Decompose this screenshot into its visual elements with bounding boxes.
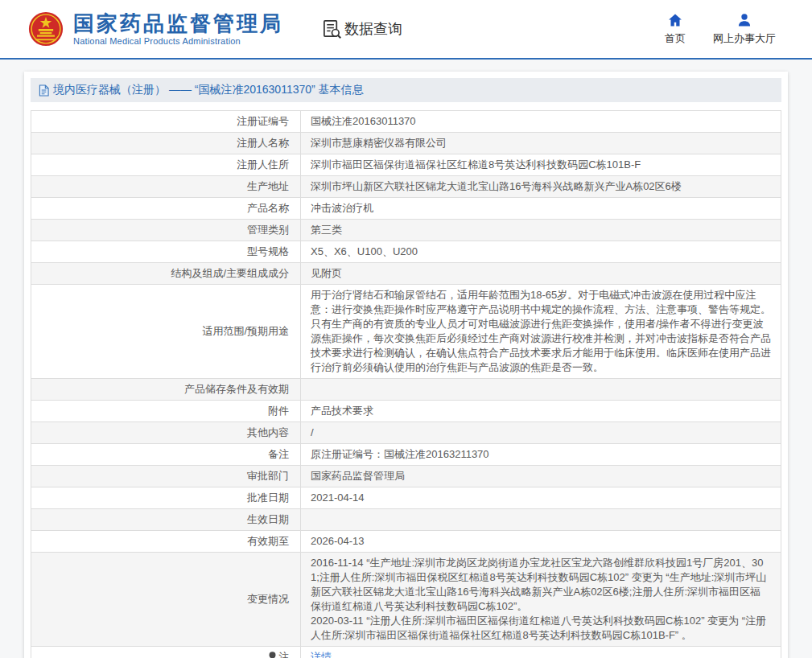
row-value: X5、X6、U100、U200 bbox=[301, 241, 781, 263]
agency-name-en: National Medical Products Administration bbox=[73, 36, 283, 46]
row-value bbox=[301, 379, 781, 401]
row-label: 产品名称 bbox=[31, 198, 301, 220]
brand: 国家药品监督管理局 National Medical Products Admi… bbox=[28, 11, 283, 47]
table-row: 注详情 bbox=[31, 647, 781, 658]
site-header: 国家药品监督管理局 National Medical Products Admi… bbox=[0, 0, 812, 58]
table-row: 注册证编号国械注准20163011370 bbox=[31, 111, 781, 133]
row-label: 附件 bbox=[31, 401, 301, 422]
table-row: 注册人名称深圳市慧康精密仪器有限公司 bbox=[31, 133, 781, 154]
table-row: 适用范围/预期用途用于治疗肾结石和输尿管结石，适用年龄范围为18-65岁。对于电… bbox=[31, 285, 781, 379]
row-label: 有效期至 bbox=[31, 531, 301, 553]
row-value: 详情 bbox=[301, 647, 781, 658]
nav-online-hall-label: 网上办事大厅 bbox=[713, 31, 776, 46]
info-table-body: 注册证编号国械注准20163011370注册人名称深圳市慧康精密仪器有限公司注册… bbox=[31, 111, 781, 658]
row-value: 见附页 bbox=[301, 263, 781, 285]
brand-text: 国家药品监督管理局 National Medical Products Admi… bbox=[73, 12, 283, 46]
row-value: 用于治疗肾结石和输尿管结石，适用年龄范围为18-65岁。对于电磁式冲击波源在使用… bbox=[301, 285, 781, 379]
table-row: 附件产品技术要求 bbox=[31, 401, 781, 422]
table-row: 产品储存条件及有效期 bbox=[31, 379, 781, 401]
row-value: 深圳市慧康精密仪器有限公司 bbox=[301, 133, 781, 154]
row-value: 国械注准20163011370 bbox=[301, 111, 781, 133]
table-row: 有效期至2026-04-13 bbox=[31, 531, 781, 553]
row-label: 管理类别 bbox=[31, 220, 301, 241]
row-label: 备注 bbox=[31, 444, 301, 466]
row-label: 生效日期 bbox=[31, 509, 301, 531]
table-row: 结构及组成/主要组成成分见附页 bbox=[31, 263, 781, 285]
national-emblem-logo bbox=[28, 11, 64, 47]
detail-link[interactable]: 详情 bbox=[311, 651, 332, 658]
row-label: 注册人住所 bbox=[31, 154, 301, 176]
table-row: 生产地址深圳市坪山新区六联社区锦龙大道北宝山路16号海科兴战略新兴产业A栋02区… bbox=[31, 176, 781, 198]
row-label: 批准日期 bbox=[31, 487, 301, 509]
table-row: 批准日期2021-04-14 bbox=[31, 487, 781, 509]
nav-online-hall[interactable]: 网上办事大厅 bbox=[713, 12, 776, 46]
row-label: 型号规格 bbox=[31, 241, 301, 263]
breadcrumb: 境内医疗器械（注册） —— “国械注准20163011370” 基本信息 bbox=[31, 78, 781, 102]
breadcrumb-text: 境内医疗器械（注册） —— “国械注准20163011370” 基本信息 bbox=[53, 83, 364, 97]
row-label: 注册人名称 bbox=[31, 133, 301, 154]
row-label: 结构及组成/主要组成成分 bbox=[31, 263, 301, 285]
nav-home-label: 首页 bbox=[665, 31, 686, 46]
row-value: 深圳市福田区福保街道福保社区红棉道8号英达利科技数码园C栋101B-F bbox=[301, 154, 781, 176]
row-label: 适用范围/预期用途 bbox=[31, 285, 301, 379]
row-label: 生产地址 bbox=[31, 176, 301, 198]
row-label: 审批部门 bbox=[31, 466, 301, 487]
row-value: 原注册证编号：国械注准20163211370 bbox=[301, 444, 781, 466]
document-icon bbox=[39, 84, 49, 97]
row-label: 其他内容 bbox=[31, 422, 301, 444]
registration-info-table: 注册证编号国械注准20163011370注册人名称深圳市慧康精密仪器有限公司注册… bbox=[31, 110, 781, 658]
row-value: 2016-11-14 “生产地址:深圳市龙岗区龙岗街道办宝龙社区宝龙六路创维群欣… bbox=[301, 553, 781, 647]
row-value: 国家药品监督管理局 bbox=[301, 466, 781, 487]
header-nav: 首页 网上办事大厅 bbox=[665, 12, 776, 46]
user-icon bbox=[736, 12, 752, 28]
agency-name-cn: 国家药品监督管理局 bbox=[73, 12, 283, 35]
row-label: 注 bbox=[31, 647, 301, 658]
data-query-tab[interactable]: 数据查询 bbox=[322, 19, 402, 39]
row-label: 变更情况 bbox=[31, 553, 301, 647]
row-value: / bbox=[301, 422, 781, 444]
bulb-icon bbox=[268, 652, 277, 658]
row-value bbox=[301, 509, 781, 531]
main-area: 境内医疗器械（注册） —— “国械注准20163011370” 基本信息 注册证… bbox=[0, 60, 812, 658]
table-row: 其他内容/ bbox=[31, 422, 781, 444]
row-value: 2026-04-13 bbox=[301, 531, 781, 553]
row-label: 注册证编号 bbox=[31, 111, 301, 133]
row-value: 冲击波治疗机 bbox=[301, 198, 781, 220]
table-row: 备注原注册证编号：国械注准20163211370 bbox=[31, 444, 781, 466]
data-query-label: 数据查询 bbox=[344, 19, 402, 39]
table-row: 产品名称冲击波治疗机 bbox=[31, 198, 781, 220]
row-value: 深圳市坪山新区六联社区锦龙大道北宝山路16号海科兴战略新兴产业A栋02区6楼 bbox=[301, 176, 781, 198]
content-panel: 境内医疗器械（注册） —— “国械注准20163011370” 基本信息 注册证… bbox=[24, 72, 788, 658]
row-value: 2021-04-14 bbox=[301, 487, 781, 509]
table-row: 审批部门国家药品监督管理局 bbox=[31, 466, 781, 487]
table-row: 型号规格X5、X6、U100、U200 bbox=[31, 241, 781, 263]
document-search-icon bbox=[322, 19, 342, 39]
table-row: 生效日期 bbox=[31, 509, 781, 531]
table-row: 变更情况2016-11-14 “生产地址:深圳市龙岗区龙岗街道办宝龙社区宝龙六路… bbox=[31, 553, 781, 647]
table-row: 注册人住所深圳市福田区福保街道福保社区红棉道8号英达利科技数码园C栋101B-F bbox=[31, 154, 781, 176]
home-icon bbox=[667, 12, 683, 28]
row-label: 产品储存条件及有效期 bbox=[31, 379, 301, 401]
row-value: 产品技术要求 bbox=[301, 401, 781, 422]
row-value: 第三类 bbox=[301, 220, 781, 241]
nav-home[interactable]: 首页 bbox=[665, 12, 686, 46]
table-row: 管理类别第三类 bbox=[31, 220, 781, 241]
